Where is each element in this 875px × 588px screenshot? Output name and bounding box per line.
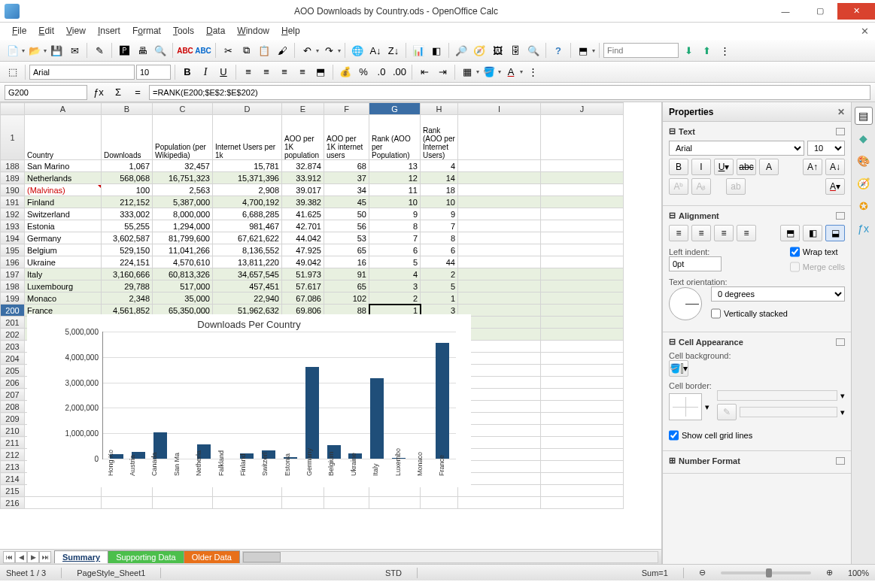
zoom-slider[interactable] (721, 571, 811, 574)
italic-button[interactable]: I (197, 64, 214, 80)
function-wizard-icon[interactable]: ƒx (90, 84, 107, 101)
autospell-icon[interactable]: ABC (195, 42, 211, 59)
navigator-icon[interactable]: 🧭 (471, 42, 488, 59)
print-icon[interactable]: 🖶 (134, 42, 150, 59)
border-color-button[interactable]: ✎ (717, 404, 737, 420)
bold-button[interactable]: B (179, 64, 196, 80)
row-header[interactable]: 196 (1, 256, 25, 268)
decimal-remove-icon[interactable]: .00 (391, 64, 408, 80)
col-header-D[interactable]: D (213, 103, 282, 115)
sidebar-grow-button[interactable]: A↑ (803, 159, 822, 175)
valign-mid-button[interactable]: ◧ (803, 225, 822, 241)
sheet-tab[interactable]: Older Data (184, 550, 240, 563)
col-header-G[interactable]: G (369, 103, 421, 115)
sidebar-shrink-button[interactable]: A↓ (825, 159, 845, 175)
row-header[interactable]: 199 (1, 292, 25, 305)
pdf-icon[interactable]: 🅿 (116, 42, 132, 59)
align-center-icon[interactable]: ≡ (258, 64, 275, 80)
sidetab-styles-icon[interactable]: ◆ (855, 129, 873, 147)
merge-cells-icon[interactable]: ⬒ (312, 64, 329, 80)
tab-prev-icon[interactable]: ◀ (15, 551, 27, 563)
show-icon[interactable]: ◧ (428, 42, 445, 59)
formula-input[interactable] (149, 85, 870, 100)
sidebar-underline-button[interactable]: U ▾ (714, 159, 734, 175)
align-right-button[interactable]: ≡ (714, 225, 734, 241)
save-icon[interactable]: 💾 (48, 42, 65, 59)
zoom-out-icon[interactable]: ⊖ (699, 568, 706, 577)
toolbar-menu-icon[interactable]: ⋮ (716, 42, 733, 59)
row-header[interactable]: 192 (1, 208, 25, 220)
row-header[interactable]: 190 (1, 184, 25, 196)
valign-bot-button[interactable]: ⬓ (825, 225, 845, 241)
open-icon[interactable]: 📂 (26, 42, 43, 59)
col-header-J[interactable]: J (541, 103, 624, 115)
sort-asc-icon[interactable]: A↓ (367, 42, 384, 59)
percent-icon[interactable]: % (355, 64, 372, 80)
menu-view[interactable]: View (60, 24, 92, 38)
col-header-H[interactable]: H (421, 103, 458, 115)
extension-icon[interactable]: ⬒ (575, 42, 591, 59)
row-header[interactable]: 200 (1, 305, 25, 317)
sidetab-gallery-icon[interactable]: 🎨 (855, 152, 873, 170)
spellcheck-icon[interactable]: ABC (177, 42, 193, 59)
valign-top-button[interactable]: ⬒ (780, 225, 800, 241)
row-header[interactable]: 191 (1, 196, 25, 208)
sort-desc-icon[interactable]: Z↓ (385, 42, 402, 59)
new-icon[interactable]: 📄 (5, 42, 21, 59)
maximize-button[interactable]: ▢ (803, 3, 837, 20)
align-left-icon[interactable]: ≡ (240, 64, 257, 80)
format-paint-icon[interactable]: 🖌 (274, 42, 290, 59)
col-header-F[interactable]: F (324, 103, 369, 115)
close-document-icon[interactable]: ✕ (861, 26, 869, 37)
indent-dec-icon[interactable]: ⇤ (416, 64, 433, 80)
row-header[interactable]: 188 (1, 160, 25, 172)
row-header[interactable]: 202 (1, 329, 25, 341)
paste-icon[interactable]: 📋 (256, 42, 272, 59)
row-header[interactable]: 198 (1, 280, 25, 292)
menu-window[interactable]: Window (231, 24, 275, 38)
menu-insert[interactable]: Insert (92, 24, 126, 38)
equals-icon[interactable]: = (129, 84, 146, 101)
menu-tools[interactable]: Tools (167, 24, 200, 38)
indent-input[interactable] (669, 256, 722, 271)
sheet-tab[interactable]: Supporting Data (108, 550, 184, 563)
merge-cells-checkbox[interactable]: Merge cells (790, 259, 845, 274)
menu-data[interactable]: Data (200, 24, 231, 38)
datasource-icon[interactable]: 🗄 (507, 42, 524, 59)
help-icon[interactable]: ? (550, 42, 567, 59)
orientation-dial[interactable] (669, 287, 702, 320)
row-header[interactable]: 193 (1, 220, 25, 232)
email-icon[interactable]: ✉ (66, 42, 83, 59)
sidebar-highlight-button[interactable]: ab (726, 178, 746, 195)
sum-icon[interactable]: Σ (110, 84, 126, 101)
row-header[interactable]: 197 (1, 268, 25, 280)
styles-icon[interactable]: ⬚ (5, 64, 21, 80)
undo-icon[interactable]: ↶ (299, 42, 315, 59)
edit-icon[interactable]: ✎ (91, 42, 108, 59)
find-next-icon[interactable]: ⬇ (680, 42, 697, 59)
col-header-C[interactable]: C (153, 103, 213, 115)
sidebar-font-combo[interactable]: Arial (669, 141, 804, 156)
indent-inc-icon[interactable]: ⇥ (434, 64, 451, 80)
wrap-text-checkbox[interactable]: Wrap text (790, 244, 845, 259)
align-justify-icon[interactable]: ≡ (294, 64, 311, 80)
align-center-button[interactable]: ≡ (691, 225, 711, 241)
sidebar-super-button[interactable]: Aᵇ (669, 178, 688, 195)
menu-file[interactable]: File (6, 24, 32, 38)
chart-icon[interactable]: 📊 (410, 42, 427, 59)
sidetab-functions-icon[interactable]: ✪ (855, 197, 873, 215)
borders-icon[interactable]: ▦ (459, 64, 475, 80)
sidebar-strike-button[interactable]: abc (737, 159, 756, 175)
align-right-icon[interactable]: ≡ (276, 64, 293, 80)
row-header[interactable]: 189 (1, 172, 25, 184)
menu-format[interactable]: Format (126, 24, 167, 38)
zoom-icon[interactable]: 🔍 (525, 42, 542, 59)
font-name-combo[interactable] (29, 65, 135, 80)
sheet-tab[interactable]: Summary (54, 550, 108, 563)
col-header-A[interactable]: A (25, 103, 102, 115)
tab-first-icon[interactable]: ⏮ (3, 551, 15, 563)
find-prev-icon[interactable]: ⬆ (698, 42, 715, 59)
col-header-E[interactable]: E (282, 103, 324, 115)
vstack-checkbox[interactable]: Vertically stacked (711, 306, 845, 321)
sidebar-fontcolor-button[interactable]: A ▾ (825, 178, 845, 195)
